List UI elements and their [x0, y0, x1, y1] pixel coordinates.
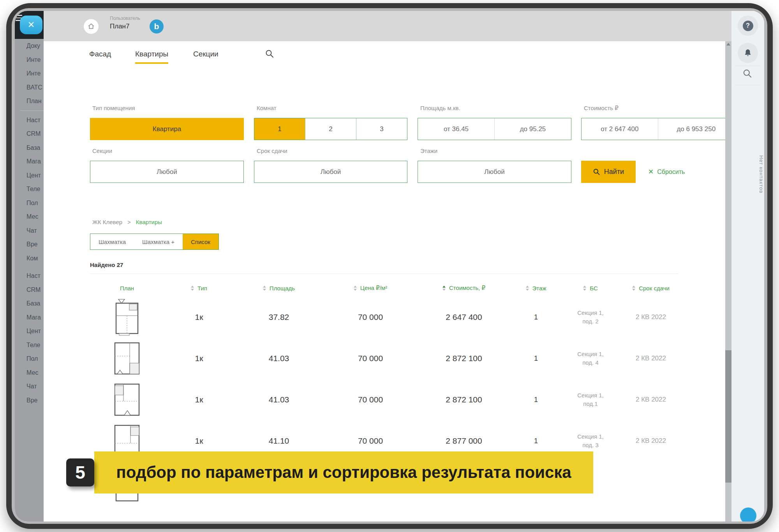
sidebar-item[interactable]: Наст: [15, 269, 44, 283]
sidebar-item[interactable]: База: [15, 141, 44, 155]
price-from-input[interactable]: от 2 647 400: [582, 118, 658, 140]
sidebar-item[interactable]: Цент: [15, 324, 44, 338]
rooms-option-3[interactable]: 3: [356, 118, 407, 140]
no-contacts-label: Нет контактов: [731, 149, 764, 200]
sidebar-item[interactable]: Чат: [15, 224, 44, 238]
sidebar-item[interactable]: Мес: [15, 366, 44, 380]
area-to-input[interactable]: до 95.25: [494, 118, 571, 140]
sidebar-item[interactable]: Теле: [15, 338, 44, 352]
sections-value: Любой: [157, 168, 177, 176]
price-range: от 2 647 400 до 6 953 250: [581, 118, 735, 140]
rail-divider: [735, 85, 760, 85]
column-header-floor[interactable]: Этаж: [511, 285, 561, 291]
floor-plan-thumbnail[interactable]: [90, 341, 164, 376]
deadline-select[interactable]: Любой: [254, 161, 407, 183]
annotation-banner: подбор по параметрам и сортировка резуль…: [94, 451, 593, 493]
sidebar-item[interactable]: Вре: [15, 393, 44, 407]
user-role-label: Пользователь: [110, 16, 140, 21]
sidebar-item[interactable]: Вре: [15, 237, 44, 251]
brand-logo-icon[interactable]: b: [150, 19, 164, 33]
cell-bs: Секция 1,под. 4: [561, 350, 620, 367]
rail-divider: [735, 66, 760, 66]
table-row[interactable]: 1к 41.03 70 000 2 872 100 1 Секция 1,под…: [90, 379, 682, 420]
sort-icon[interactable]: [583, 286, 586, 291]
area-label: Площадь м.кв.: [420, 105, 460, 111]
tab-facade[interactable]: Фасад: [89, 50, 111, 62]
sidebar-item[interactable]: Мага: [15, 311, 44, 325]
cell-deadline: 2 КВ 2022: [620, 396, 682, 404]
sidebar-item[interactable]: База: [15, 297, 44, 311]
breadcrumb-parent[interactable]: ЖК Клевер: [92, 219, 122, 225]
find-button-label: Найти: [604, 168, 624, 176]
sort-icon[interactable]: [191, 286, 194, 291]
reset-button[interactable]: ✕ Сбросить: [648, 161, 685, 183]
sidebar-item[interactable]: CRM: [15, 127, 44, 141]
rooms-option-2[interactable]: 2: [305, 118, 356, 140]
view-option-list[interactable]: Список: [183, 234, 219, 249]
sidebar-item[interactable]: Пол: [15, 352, 44, 366]
sort-icon[interactable]: [354, 286, 357, 291]
sidebar-item[interactable]: Теле: [15, 182, 44, 196]
sidebar-item[interactable]: Ком: [15, 251, 44, 265]
contacts-search-icon[interactable]: [742, 68, 753, 80]
view-option-chess-plus[interactable]: Шахматка +: [134, 234, 183, 249]
sort-icon[interactable]: [632, 286, 635, 291]
scroll-up-arrow-icon[interactable]: [726, 43, 730, 46]
home-icon: [87, 23, 95, 30]
sidebar-item[interactable]: Инте: [15, 67, 44, 81]
floors-select[interactable]: Любой: [418, 161, 571, 183]
view-toggle: Шахматка Шахматка + Список: [90, 234, 219, 250]
sidebar-item[interactable]: Цент: [15, 169, 44, 183]
table-row[interactable]: 1к 41.03 70 000 2 872 100 1 Секция 1,под…: [90, 338, 682, 379]
breadcrumb-separator: >: [127, 219, 131, 225]
sort-icon[interactable]: [526, 286, 529, 291]
sidebar-item[interactable]: Мес: [15, 210, 44, 224]
notifications-button[interactable]: [738, 43, 758, 63]
sidebar-item[interactable]: Пол: [15, 196, 44, 210]
results-count: Найдено 27: [90, 262, 123, 268]
tab-flats[interactable]: Квартиры: [135, 50, 168, 64]
area-from-input[interactable]: от 36.45: [418, 118, 494, 140]
floor-plan-thumbnail[interactable]: [90, 298, 164, 336]
room-type-select[interactable]: Квартира: [90, 118, 244, 140]
sections-label: Секции: [92, 147, 112, 154]
sidebar-item[interactable]: CRM: [15, 283, 44, 297]
sidebar-item[interactable]: Мага: [15, 155, 44, 169]
sidebar-item[interactable]: ВАТС: [15, 81, 44, 95]
breadcrumb-current[interactable]: Квартиры: [136, 219, 162, 225]
chat-fab-button[interactable]: [740, 507, 756, 521]
help-button[interactable]: ?: [738, 16, 758, 36]
home-button[interactable]: [84, 19, 99, 34]
reset-x-icon: ✕: [648, 168, 654, 176]
bell-icon: [743, 48, 753, 58]
tab-sections[interactable]: Секции: [193, 50, 219, 62]
column-header-price[interactable]: Стоимость, ₽: [417, 284, 511, 291]
column-header-bs[interactable]: БС: [561, 285, 620, 291]
scrollbar-thumb[interactable]: [725, 350, 731, 483]
price-to-input[interactable]: до 6 953 250: [658, 118, 735, 140]
tabs-search-icon[interactable]: [265, 49, 274, 60]
find-button[interactable]: Найти: [581, 161, 636, 183]
sidebar-item[interactable]: План: [15, 94, 44, 108]
column-header-deadline[interactable]: Срок сдачи: [620, 285, 682, 291]
cell-floor: 1: [511, 396, 561, 404]
rooms-option-1[interactable]: 1: [254, 118, 305, 140]
sections-select[interactable]: Любой: [90, 161, 244, 183]
close-sidebar-button[interactable]: ✕: [20, 16, 42, 34]
floor-plan-thumbnail[interactable]: [90, 382, 164, 418]
sort-icon-active-asc[interactable]: [442, 286, 446, 291]
sort-icon[interactable]: [263, 286, 266, 291]
column-header-type[interactable]: Тип: [164, 285, 234, 291]
column-header-area[interactable]: Площадь: [234, 285, 324, 291]
sidebar-item[interactable]: Чат: [15, 379, 44, 393]
area-range: от 36.45 до 95.25: [418, 118, 571, 140]
cell-price: 2 647 400: [417, 313, 511, 322]
sidebar-item[interactable]: Доку: [15, 39, 44, 53]
cell-price-m2: 70 000: [324, 395, 417, 404]
table-row[interactable]: 1к 37.82 70 000 2 647 400 1 Секция 1,под…: [90, 297, 682, 338]
sidebar-item[interactable]: Наст: [15, 113, 44, 127]
sidebar-item[interactable]: Инте: [15, 53, 44, 67]
column-header-price-m2[interactable]: Цена ₽/м²: [324, 284, 417, 291]
vertical-scrollbar[interactable]: [725, 41, 731, 521]
view-option-chess[interactable]: Шахматка: [90, 234, 134, 249]
